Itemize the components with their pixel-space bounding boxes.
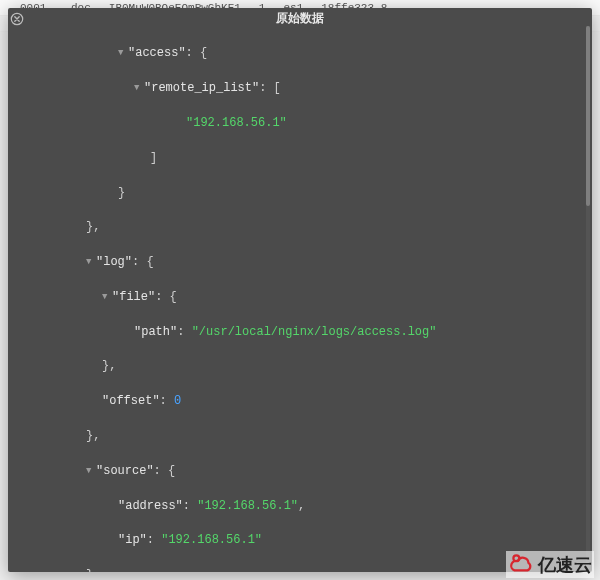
json-key: "path" [134,325,177,339]
caret-icon[interactable]: ▼ [86,465,96,478]
caret-icon[interactable]: ▼ [86,256,96,269]
caret-icon[interactable]: ▼ [102,291,112,304]
watermark-logo-icon [508,551,534,578]
json-string: "192.168.56.1" [161,533,262,547]
json-key: "offset" [102,394,160,408]
json-key: "access" [128,46,186,60]
scrollbar-thumb[interactable] [586,26,590,206]
caret-icon[interactable]: ▼ [134,82,144,95]
json-key: "remote_ip_list" [144,81,259,95]
json-key: "log" [96,255,132,269]
caret-icon[interactable]: ▼ [118,47,128,60]
json-string: "192.168.56.1" [186,116,287,130]
panel-title: 原始数据 [8,8,592,18]
json-key: "source" [96,464,154,478]
json-string: "/usr/local/nginx/logs/access.log" [192,325,437,339]
json-number: 0 [174,394,181,408]
json-key: "ip" [118,533,147,547]
svg-point-1 [513,555,519,561]
raw-data-panel: 原始数据 ▼"access": { ▼"remote_ip_list": [ "… [8,8,592,572]
json-string: "192.168.56.1" [197,499,298,513]
json-key: "file" [112,290,155,304]
json-key: "address" [118,499,183,513]
watermark: 亿速云 [506,551,594,578]
json-viewer[interactable]: ▼"access": { ▼"remote_ip_list": [ "192.1… [8,28,592,572]
watermark-text: 亿速云 [538,553,592,577]
